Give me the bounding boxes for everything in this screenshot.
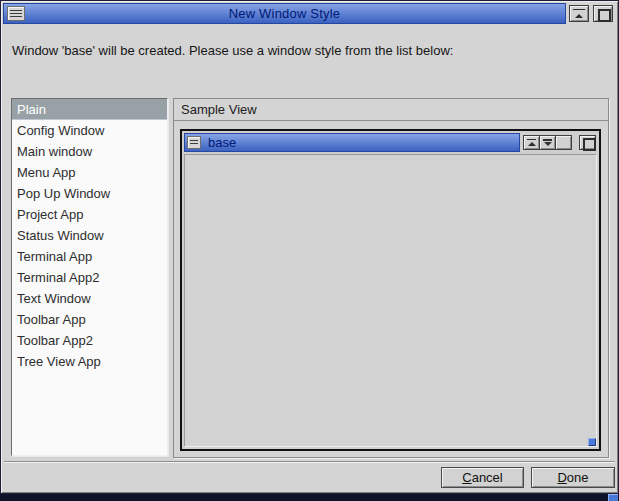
window-title: New Window Style bbox=[4, 6, 565, 21]
preview-shade-up-icon bbox=[523, 135, 540, 150]
preview-shade-down-icon bbox=[539, 135, 556, 150]
window-menu-button[interactable] bbox=[7, 6, 25, 21]
titlebar-row: New Window Style bbox=[3, 3, 616, 24]
list-item-tree-view-app[interactable]: Tree View App bbox=[12, 351, 167, 372]
preview-window: base bbox=[180, 129, 601, 451]
list-item-config-window[interactable]: Config Window bbox=[12, 120, 167, 141]
preview-window-menu-icon bbox=[187, 136, 201, 149]
titlebar-buttons bbox=[566, 3, 616, 24]
list-item-menu-app[interactable]: Menu App bbox=[12, 162, 167, 183]
list-item-terminal-app2[interactable]: Terminal App2 bbox=[12, 267, 167, 288]
preview-titlebar-buttons bbox=[520, 133, 597, 152]
list-item-toolbar-app2[interactable]: Toolbar App2 bbox=[12, 330, 167, 351]
list-item-status-window[interactable]: Status Window bbox=[12, 225, 167, 246]
list-item-text-window[interactable]: Text Window bbox=[12, 288, 167, 309]
bottom-resize-grip[interactable] bbox=[608, 494, 618, 501]
preview-titlebar: base bbox=[184, 133, 520, 152]
preview-window-title: base bbox=[208, 135, 236, 150]
list-item-pop-up-window[interactable]: Pop Up Window bbox=[12, 183, 167, 204]
done-button-label: one bbox=[567, 470, 589, 485]
preview-blank-icon bbox=[555, 135, 572, 150]
message-text: Window 'base' will be created. Please us… bbox=[12, 43, 453, 58]
cancel-button-mnemonic: C bbox=[462, 470, 471, 485]
list-item-plain[interactable]: Plain bbox=[12, 99, 167, 120]
preview-titlebar-row: base bbox=[184, 133, 597, 152]
shade-button[interactable] bbox=[569, 5, 589, 22]
bottom-border bbox=[0, 494, 619, 501]
sample-view-panel: Sample View base bbox=[173, 98, 609, 458]
separator bbox=[4, 461, 615, 463]
list-item-main-window[interactable]: Main window bbox=[12, 141, 167, 162]
preview-content-area bbox=[184, 154, 597, 447]
preview-maximize-icon bbox=[579, 135, 596, 150]
sample-view-caption: Sample View bbox=[174, 99, 608, 121]
done-button-mnemonic: D bbox=[557, 470, 566, 485]
list-item-terminal-app[interactable]: Terminal App bbox=[12, 246, 167, 267]
maximize-button[interactable] bbox=[593, 5, 613, 22]
cancel-button-label: ancel bbox=[472, 470, 503, 485]
list-item-toolbar-app[interactable]: Toolbar App bbox=[12, 309, 167, 330]
titlebar[interactable]: New Window Style bbox=[3, 3, 566, 24]
list-item-project-app[interactable]: Project App bbox=[12, 204, 167, 225]
preview-resize-grip-icon bbox=[588, 438, 596, 446]
dialog-window: New Window Style Window 'base' will be c… bbox=[0, 0, 619, 494]
done-button[interactable]: Done bbox=[531, 467, 615, 488]
style-list[interactable]: Plain Config Window Main window Menu App… bbox=[11, 98, 168, 456]
cancel-button[interactable]: Cancel bbox=[441, 467, 524, 488]
